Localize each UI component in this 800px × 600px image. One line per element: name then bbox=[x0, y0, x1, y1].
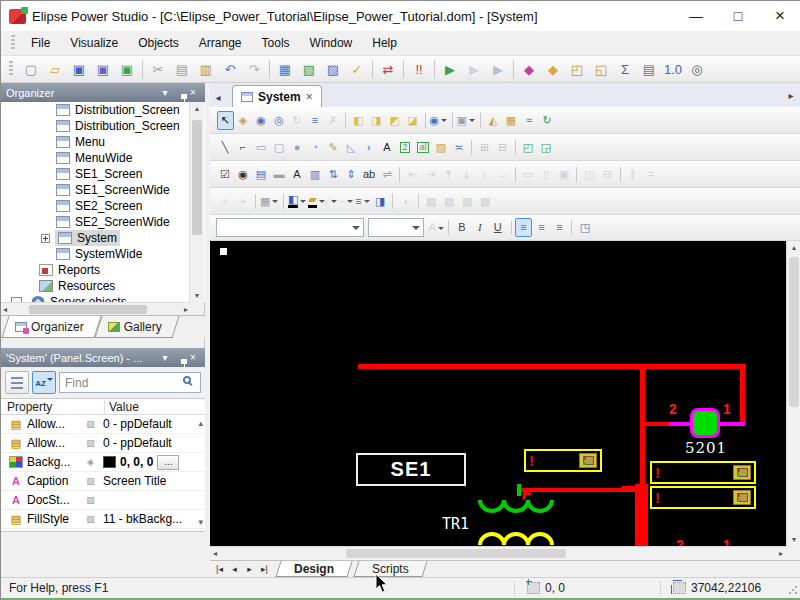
export-screen-button[interactable]: ◳ bbox=[576, 218, 593, 237]
tag-values-button[interactable]: 1.0 bbox=[662, 58, 684, 80]
zoom-area-tool[interactable]: ◎ bbox=[271, 111, 288, 130]
nav-first-button[interactable]: |◂ bbox=[212, 561, 227, 577]
bus-line-right[interactable] bbox=[740, 364, 745, 426]
nudge-button[interactable]: + bbox=[217, 192, 234, 211]
select-tool[interactable]: ↖ bbox=[217, 111, 234, 130]
insert-playback-control[interactable]: ↻ bbox=[539, 111, 556, 130]
grid-dropdown[interactable]: ▦ bbox=[260, 192, 279, 211]
tree-item-se2-screen[interactable]: SE2_Screen bbox=[1, 198, 205, 214]
alarm-display-2[interactable]: ! bbox=[650, 461, 756, 484]
insert-object-button[interactable]: ▧ bbox=[298, 58, 320, 80]
text-align-right-button[interactable]: ≡ bbox=[551, 218, 568, 237]
tree-item-distribution-screen-2[interactable]: Distribution_Screen bbox=[1, 118, 205, 134]
breaker-terminal-1[interactable]: 1 bbox=[723, 401, 731, 417]
center-horizontal-button[interactable]: ↔ bbox=[494, 165, 511, 184]
ellipse-tool[interactable]: ● bbox=[289, 138, 306, 157]
tree-item-se1-screenwide[interactable]: SE1_ScreenWide bbox=[1, 182, 205, 198]
menu-item[interactable]: Window bbox=[300, 33, 363, 53]
resize-grip[interactable] bbox=[788, 585, 798, 595]
stop-application-button[interactable]: ▶ bbox=[463, 58, 485, 80]
panel-menu-icon[interactable]: ▾ bbox=[158, 87, 172, 98]
nav-last-button[interactable]: ▸| bbox=[257, 561, 272, 577]
paste-button[interactable]: ▥ bbox=[195, 58, 217, 80]
slider-control[interactable]: ⇌ bbox=[379, 165, 396, 184]
property-row-fillstyle[interactable]: ▤ FillStyle ▨ 11 - bkBackg... bbox=[1, 510, 205, 529]
bus-bar-thick[interactable] bbox=[635, 484, 648, 546]
align-top-button[interactable]: ⇤ bbox=[440, 165, 457, 184]
line-style-dropdown[interactable]: ┄ bbox=[339, 192, 355, 211]
brush-color-dropdown[interactable]: ▰ bbox=[308, 192, 325, 211]
copy-button[interactable]: ▤ bbox=[171, 58, 193, 80]
tree-item-menuwide[interactable]: MenuWide bbox=[1, 150, 205, 166]
fill-color-dropdown[interactable]: ◧ bbox=[288, 192, 307, 211]
document-tab-system[interactable]: System × bbox=[232, 85, 322, 107]
display-tool[interactable]: 2 bbox=[397, 138, 414, 157]
font-color-dropdown[interactable]: A bbox=[429, 218, 445, 237]
new-button[interactable]: ▢ bbox=[20, 58, 42, 80]
create-symbol-button[interactable]: ◰ bbox=[520, 138, 537, 157]
alphabetical-sort-button[interactable]: AZ bbox=[32, 371, 56, 394]
tree-item-distribution-screen[interactable]: Distribution_Screen bbox=[1, 102, 205, 118]
zoom-level-dropdown[interactable]: ◉ bbox=[430, 111, 449, 130]
scroll-down-icon[interactable]: ▾ bbox=[787, 533, 800, 546]
tab-scroll-right-icon[interactable]: ▸ bbox=[783, 85, 799, 105]
transformer-label[interactable]: TR1 bbox=[442, 515, 469, 533]
lower-terminal-1[interactable]: 1 bbox=[723, 537, 731, 546]
tab-design[interactable]: Design bbox=[278, 561, 350, 577]
breaker-stub[interactable] bbox=[645, 422, 670, 426]
canvas-horizontal-scrollbar[interactable]: ◂ ▸ bbox=[210, 546, 786, 560]
tab-order-tool[interactable]: ≡ bbox=[307, 111, 324, 130]
space-down-button[interactable]: = bbox=[643, 165, 660, 184]
grid-scroll-up-icon[interactable]: ▴ bbox=[198, 418, 203, 428]
zoom-in-tool[interactable]: ◉ bbox=[253, 111, 270, 130]
scrollbar-thumb[interactable] bbox=[192, 120, 202, 235]
property-column-header[interactable]: Property bbox=[1, 400, 105, 414]
menu-item[interactable]: Objects bbox=[128, 33, 189, 53]
scale-tool[interactable]: ≍ bbox=[451, 138, 468, 157]
bold-button[interactable]: B bbox=[453, 218, 470, 237]
close-button[interactable]: × bbox=[759, 1, 800, 31]
shadow-right-button[interactable]: ▩ bbox=[477, 192, 494, 211]
transformer-feed-line[interactable] bbox=[521, 488, 640, 492]
documentation-button[interactable]: ▤ bbox=[638, 58, 660, 80]
tree-item-server-objects[interactable]: Server objects bbox=[1, 294, 205, 302]
menu-item[interactable]: Help bbox=[362, 33, 407, 53]
shadow-raise-button[interactable]: ▩ bbox=[423, 192, 440, 211]
align-left-button[interactable]: ⇤ bbox=[404, 165, 421, 184]
insert-chart-control[interactable]: ≈ bbox=[521, 111, 538, 130]
scroll-up-icon[interactable]: ▴ bbox=[787, 241, 800, 254]
nudge-grid-button[interactable]: + bbox=[235, 192, 252, 211]
tree-item-systemwide[interactable]: SystemWide bbox=[1, 246, 205, 262]
nav-prev-button[interactable]: ◂ bbox=[227, 561, 242, 577]
radio-control[interactable]: ◉ bbox=[235, 165, 252, 184]
font-family-select[interactable] bbox=[216, 218, 364, 237]
search-files-button[interactable]: ◱ bbox=[590, 58, 612, 80]
setpoint-tool[interactable]: al bbox=[415, 138, 432, 157]
property-row-docstring[interactable]: A DocSt... ▨ bbox=[1, 491, 205, 510]
text-align-center-button[interactable]: ≡ bbox=[533, 218, 550, 237]
tab-scroll-left-icon[interactable]: ◂ bbox=[210, 87, 226, 107]
circuit-breaker-5201[interactable] bbox=[690, 408, 720, 438]
station-label-box[interactable]: SE1 bbox=[356, 453, 466, 486]
statictext-control[interactable]: A bbox=[289, 165, 306, 184]
ungroup-button[interactable]: ⊟ bbox=[494, 138, 511, 157]
save-all-button[interactable]: ▣ bbox=[92, 58, 114, 80]
design-canvas[interactable]: 2 1 5201 SE1 ! ! ! TR1 bbox=[210, 241, 786, 546]
same-size-button[interactable]: ▣ bbox=[556, 165, 573, 184]
remove-animations-tool[interactable]: ✗ bbox=[325, 111, 342, 130]
import-files-button[interactable]: ◰ bbox=[566, 58, 588, 80]
menu-item[interactable]: Tools bbox=[252, 33, 300, 53]
watch-button[interactable]: ◎ bbox=[686, 58, 708, 80]
menu-item[interactable]: Arrange bbox=[189, 33, 252, 53]
tree-horizontal-scrollbar[interactable]: ◂ ▸ bbox=[1, 302, 190, 315]
tree-item-menu[interactable]: Menu bbox=[1, 134, 205, 150]
lower-terminal-2[interactable]: 2 bbox=[676, 537, 684, 546]
background-style-button[interactable]: ◨ bbox=[372, 192, 389, 211]
bring-to-front-button[interactable]: ◧ bbox=[350, 111, 367, 130]
gallery-button[interactable]: ◆ bbox=[518, 58, 540, 80]
minimize-button[interactable]: — bbox=[675, 1, 717, 31]
property-row-backgroundcolor[interactable]: Backg... ◈ 0, 0, 0 ... bbox=[1, 453, 205, 472]
send-to-back-button[interactable]: ◨ bbox=[368, 111, 385, 130]
insert-alarm-control[interactable]: ◭ bbox=[485, 111, 502, 130]
run-viewer-button[interactable]: ▶ bbox=[487, 58, 509, 80]
